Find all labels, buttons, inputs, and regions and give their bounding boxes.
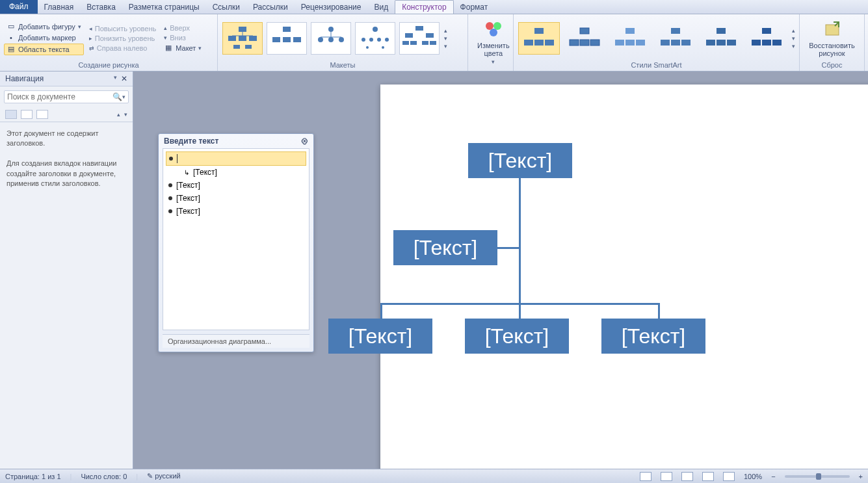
tp-item-2[interactable]: [Текст] (166, 179, 306, 192)
nav-tab-pages[interactable] (21, 110, 33, 119)
sa-node-assistant[interactable]: [Текст] (393, 230, 497, 265)
tab-file[interactable]: Файл (0, 0, 38, 14)
sa-node-child-2[interactable]: [Текст] (465, 319, 569, 354)
styles-scroll-down[interactable]: ▾ (792, 35, 795, 42)
layout-button[interactable]: ▦Макет ▾ (161, 43, 204, 53)
svg-rect-54 (727, 40, 736, 46)
nav-body: Этот документ не содержит заголовков. Дл… (0, 122, 133, 195)
status-page[interactable]: Страница: 1 из 1 (5, 473, 61, 480)
smartart-text-pane[interactable]: Введите текст ⮾ ↳[Текст] [Текст] [Текст]… (158, 133, 314, 352)
bullet-icon: • (7, 33, 16, 42)
group-label: Макеты (222, 60, 464, 70)
add-shape-button[interactable]: ▭Добавить фигуру ▾ (4, 21, 84, 32)
search-icon[interactable]: 🔍 (112, 92, 122, 101)
style-thumb-1[interactable] (518, 22, 560, 55)
layouts-scroll-up[interactable]: ▴ (444, 27, 447, 34)
svg-point-33 (493, 22, 501, 30)
text-pane-button[interactable]: ▤Область текста (4, 44, 84, 55)
status-zoom-level[interactable]: 100% (744, 473, 762, 480)
layouts-expand[interactable]: ▾ (444, 43, 447, 49)
nav-next[interactable]: ▾ (124, 111, 127, 118)
nav-search[interactable]: 🔍▾ (4, 90, 129, 103)
zoom-thumb[interactable] (816, 473, 821, 480)
svg-point-22 (385, 38, 389, 42)
tab-page-layout[interactable]: Разметка страницы (122, 1, 206, 14)
tab-references[interactable]: Ссылки (206, 1, 246, 14)
nav-tab-results[interactable] (36, 110, 48, 119)
svg-point-12 (328, 27, 334, 32)
change-colors-button[interactable]: Изменить цвета▾ (472, 18, 515, 66)
svg-rect-45 (625, 40, 635, 46)
view-print-layout[interactable] (640, 472, 651, 481)
tab-home[interactable]: Главная (38, 1, 81, 14)
svg-rect-26 (405, 33, 413, 38)
nav-tab-headings[interactable] (5, 110, 17, 119)
view-web[interactable] (681, 472, 693, 481)
nav-search-input[interactable] (7, 92, 112, 101)
styles-scroll-up[interactable]: ▴ (792, 27, 795, 34)
svg-point-14 (328, 37, 334, 42)
text-pane-close-icon[interactable]: ⮾ (301, 137, 308, 145)
sa-node-child-3[interactable]: [Текст] (601, 319, 705, 354)
nav-view-tabs: ▴ ▾ (0, 107, 133, 122)
tab-mailings[interactable]: Рассылки (246, 1, 295, 14)
status-word-count[interactable]: Число слов: 0 (81, 473, 127, 480)
nav-menu-icon[interactable]: ▾ (114, 74, 117, 83)
zoom-in-button[interactable]: + (859, 473, 863, 480)
sa-node-root[interactable]: [Текст] (468, 143, 572, 178)
move-down-button[interactable]: ▾Вниз (161, 33, 204, 42)
svg-rect-38 (545, 40, 554, 46)
demote-button[interactable]: ▸Понизить уровень (86, 34, 159, 43)
svg-rect-1 (228, 36, 236, 41)
tab-insert[interactable]: Вставка (80, 1, 122, 14)
layout-thumb-2[interactable] (267, 22, 307, 55)
nav-prev[interactable]: ▴ (117, 111, 120, 118)
sa-connector (380, 303, 382, 319)
svg-rect-3 (249, 36, 257, 41)
bullet-icon (169, 157, 173, 161)
tp-item-4[interactable]: [Текст] (166, 205, 306, 218)
text-pane-body[interactable]: ↳[Текст] [Текст] [Текст] [Текст] (163, 148, 309, 330)
status-language[interactable]: ✎ русский (147, 472, 181, 480)
style-thumb-2[interactable] (564, 22, 605, 55)
layout-thumb-5[interactable] (399, 22, 440, 55)
promote-button[interactable]: ◂Повысить уровень (86, 24, 159, 33)
style-thumb-5[interactable] (700, 22, 742, 55)
svg-rect-8 (283, 27, 291, 32)
layouts-scroll-down[interactable]: ▾ (444, 35, 447, 42)
view-draft[interactable] (723, 472, 735, 481)
sa-connector (519, 178, 521, 230)
svg-rect-0 (239, 27, 246, 32)
tab-review[interactable]: Рецензирование (295, 1, 368, 14)
view-outline[interactable] (702, 472, 714, 481)
svg-rect-42 (590, 40, 599, 46)
svg-rect-36 (524, 40, 533, 46)
tab-format[interactable]: Формат (454, 1, 495, 14)
svg-point-15 (339, 37, 344, 42)
move-up-button[interactable]: ▴Вверх (161, 23, 204, 33)
layout-thumb-4[interactable] (355, 22, 395, 55)
add-bullet-button[interactable]: •Добавить маркер (4, 33, 84, 43)
styles-expand[interactable]: ▾ (792, 43, 795, 49)
zoom-slider[interactable] (785, 475, 850, 478)
style-thumb-3[interactable] (609, 22, 651, 55)
svg-rect-57 (762, 40, 771, 46)
tp-item-0[interactable] (166, 151, 306, 166)
sa-node-child-1[interactable]: [Текст] (328, 319, 432, 354)
reset-graphic-button[interactable]: Восстановить рисунок (804, 18, 860, 59)
layout-thumb-3[interactable] (311, 22, 351, 55)
smartart-diagram[interactable]: [Текст] [Текст] [Текст] [Текст] [Текст] (319, 137, 761, 397)
rtl-button[interactable]: ⇄Справа налево (86, 44, 159, 53)
tp-item-3[interactable]: [Текст] (166, 192, 306, 205)
tab-design[interactable]: Конструктор (395, 0, 453, 14)
style-thumb-4[interactable] (655, 22, 696, 55)
bullet-icon (168, 183, 172, 187)
tab-view[interactable]: Вид (367, 1, 395, 14)
style-thumb-6[interactable] (746, 22, 787, 55)
layout-thumb-1[interactable] (222, 22, 263, 55)
view-full-screen[interactable] (661, 472, 672, 481)
tp-item-1[interactable]: ↳[Текст] (181, 166, 306, 179)
zoom-out-button[interactable]: − (771, 473, 775, 480)
nav-close-icon[interactable]: ✕ (121, 74, 127, 83)
sa-connector (519, 230, 521, 303)
